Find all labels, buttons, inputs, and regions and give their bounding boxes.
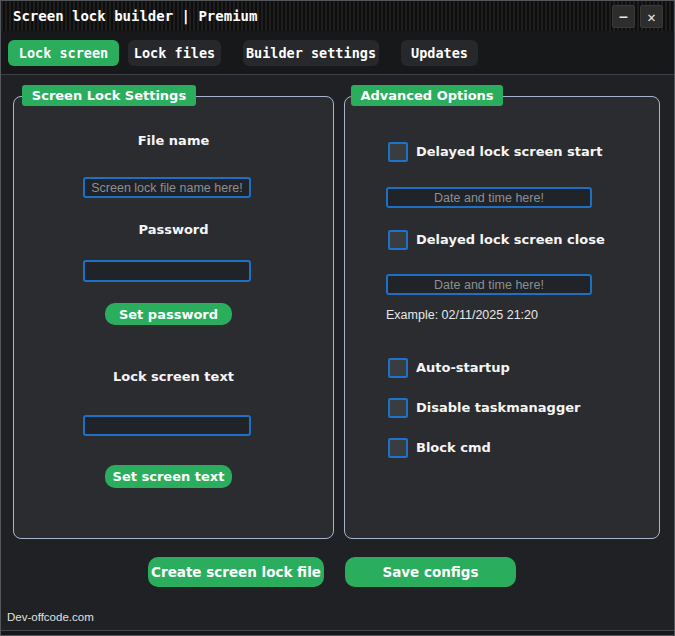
delayed-start-label: Delayed lock screen start [416,142,602,162]
create-screen-lock-file-button[interactable]: Create screen lock file [148,557,324,587]
set-screen-text-button[interactable]: Set screen text [105,465,232,488]
lock-screen-text-input[interactable] [83,415,251,436]
tab-bar: Lock screen Lock files Builder settings … [1,31,674,75]
tab-updates[interactable]: Updates [401,40,478,66]
tab-lock-screen[interactable]: Lock screen [8,40,119,66]
file-name-input[interactable] [83,177,251,198]
footer-brand-text: Dev-offcode.com [7,611,94,623]
window-title: Screen lock builder | Premium [13,1,257,31]
title-bar: Screen lock builder | Premium – ✕ [1,1,674,31]
file-name-label: File name [13,133,334,148]
password-label: Password [13,222,334,237]
delayed-start-datetime-input[interactable] [386,187,592,208]
close-icon: ✕ [647,9,655,25]
delayed-close-checkbox[interactable] [388,230,408,250]
tab-lock-files[interactable]: Lock files [128,40,221,66]
disable-taskmanager-checkbox[interactable] [388,398,408,418]
minimize-button[interactable]: – [612,5,635,28]
delayed-start-checkbox[interactable] [388,142,408,162]
tab-builder-settings[interactable]: Builder settings [243,40,379,66]
delayed-close-label: Delayed lock screen close [416,230,605,250]
close-button[interactable]: ✕ [640,5,663,28]
set-password-button[interactable]: Set password [105,303,232,325]
block-cmd-checkbox[interactable] [388,438,408,458]
minimize-icon: – [620,9,628,24]
disable-taskmanager-label: Disable taskmanagger [416,398,580,418]
datetime-example-text: Example: 02/11/2025 21:20 [386,308,538,322]
save-configs-button[interactable]: Save configs [345,557,516,587]
auto-startup-label: Auto-startup [416,358,510,378]
delayed-close-datetime-input[interactable] [386,274,592,295]
password-input[interactable] [83,260,251,282]
app-window: Screen lock builder | Premium – ✕ Lock s… [0,0,675,636]
footer-strip [1,631,674,636]
screen-lock-settings-header: Screen Lock Settings [22,85,196,106]
lock-screen-text-label: Lock screen text [13,369,334,384]
block-cmd-label: Block cmd [416,438,491,458]
auto-startup-checkbox[interactable] [388,358,408,378]
advanced-options-header: Advanced Options [351,85,503,106]
